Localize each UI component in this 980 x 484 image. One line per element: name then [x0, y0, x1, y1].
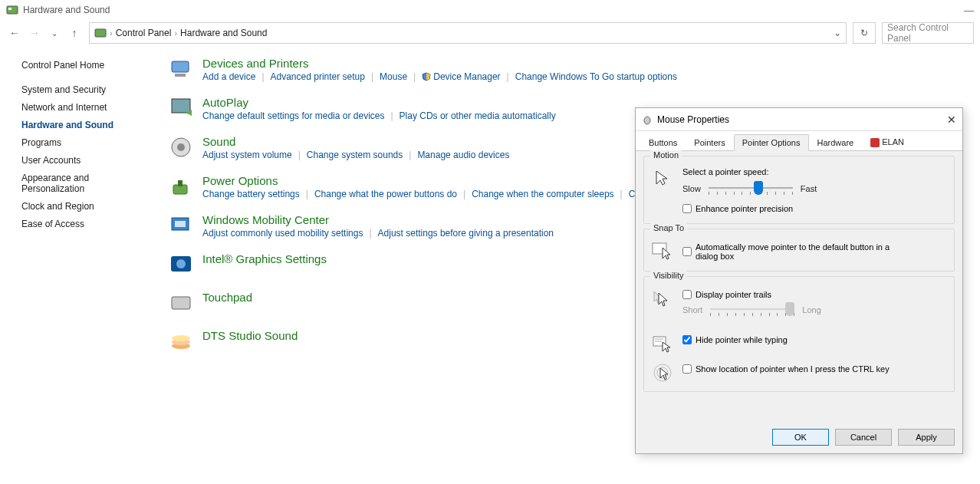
category-title[interactable]: AutoPlay [202, 96, 556, 109]
sidebar-item[interactable]: Programs [21, 137, 143, 148]
address-dropdown[interactable]: ⌄ [834, 28, 841, 38]
tab-pointer-options[interactable]: Pointer Options [734, 134, 809, 151]
chevron-icon[interactable]: › [110, 28, 113, 38]
category-link[interactable]: Mouse [380, 71, 407, 82]
long-label: Long [802, 305, 821, 314]
category-link[interactable]: Advanced printer setup [271, 71, 365, 82]
hide-pointer-label: Hide pointer while typing [696, 335, 788, 344]
svg-point-18 [172, 335, 190, 341]
back-button[interactable]: ← [6, 25, 23, 41]
svg-rect-2 [95, 29, 106, 37]
refresh-button[interactable]: ↻ [853, 22, 876, 44]
ctrl-locate-label: Show location of pointer when I press th… [696, 364, 890, 374]
chevron-icon[interactable]: › [174, 28, 177, 38]
pointer-trails-label: Display pointer trails [696, 290, 771, 299]
pointer-speed-slider[interactable] [709, 181, 793, 196]
mouse-properties-dialog: Mouse Properties ✕ ButtonsPointersPointe… [635, 107, 963, 454]
category-title[interactable]: Devices and Printers [202, 57, 677, 70]
category-icon [169, 213, 193, 238]
group-legend: Visibility [650, 271, 687, 280]
hide-pointer-checkbox[interactable]: Hide pointer while typing [682, 335, 946, 344]
svg-rect-5 [172, 99, 190, 113]
category-link[interactable]: Adjust settings before giving a presenta… [378, 228, 554, 239]
window-titlebar: Hardware and Sound — [0, 0, 980, 20]
control-panel-icon [94, 27, 107, 39]
close-button[interactable]: ✕ [947, 114, 956, 126]
svg-rect-4 [175, 74, 186, 77]
category-link[interactable]: Change Windows To Go startup options [515, 71, 677, 82]
breadcrumb-item[interactable]: Control Panel [116, 28, 172, 38]
tab-elan[interactable]: ELAN [862, 133, 913, 151]
category-link[interactable]: Change when the computer sleeps [472, 189, 613, 199]
category-link[interactable]: Manage audio devices [417, 150, 509, 160]
recent-dropdown[interactable]: ⌄ [46, 25, 63, 41]
sidebar-item[interactable]: Appearance and Personalization [21, 173, 143, 194]
pointer-speed-icon [652, 167, 673, 189]
motion-group: Motion Select a pointer speed: Slow Fas [643, 156, 955, 224]
ctrl-locate-icon [652, 362, 673, 384]
tab-buttons[interactable]: Buttons [640, 134, 686, 151]
tab-pointers[interactable]: Pointers [686, 134, 733, 151]
breadcrumb-item[interactable]: Hardware and Sound [180, 28, 267, 38]
mouse-icon [642, 114, 653, 125]
snapto-checkbox[interactable]: Automatically move pointer to the defaul… [682, 242, 946, 261]
svg-point-8 [177, 143, 185, 151]
sidebar-item[interactable]: System and Security [21, 84, 143, 95]
enhance-precision-checkbox[interactable]: Enhance pointer precision [682, 204, 946, 213]
group-legend: Motion [650, 150, 682, 160]
control-panel-icon [6, 4, 18, 16]
control-panel-home-link[interactable]: Control Panel Home [21, 60, 143, 71]
minimize-button[interactable]: — [964, 5, 974, 16]
up-button[interactable]: ↑ [66, 25, 83, 41]
category-title[interactable]: Touchpad [202, 291, 252, 304]
elan-icon [870, 138, 880, 147]
cancel-button[interactable]: Cancel [835, 429, 892, 446]
svg-rect-10 [178, 180, 183, 186]
sidebar-item[interactable]: Hardware and Sound [21, 120, 143, 130]
dialog-titlebar[interactable]: Mouse Properties ✕ [636, 108, 962, 131]
dialog-title: Mouse Properties [657, 114, 729, 125]
category-title[interactable]: Sound [202, 135, 509, 148]
category: Devices and PrintersAdd a device|Advance… [169, 57, 972, 82]
category-title[interactable]: DTS Studio Sound [202, 329, 298, 342]
category-link[interactable]: Adjust commonly used mobility settings [202, 228, 363, 239]
search-input[interactable]: Search Control Panel [882, 22, 974, 44]
sidebar-item[interactable]: Clock and Region [21, 201, 143, 212]
svg-rect-15 [172, 297, 190, 309]
tab-hardware[interactable]: Hardware [809, 134, 863, 151]
address-bar[interactable]: › Control Panel › Hardware and Sound ⌄ [89, 22, 847, 44]
category-link[interactable]: Adjust system volume [202, 150, 292, 160]
category-link[interactable]: Play CDs or other media automatically [400, 110, 556, 121]
pointer-trails-icon [652, 288, 673, 309]
category-title[interactable]: Intel® Graphics Settings [202, 252, 327, 265]
category-icon [169, 252, 193, 277]
category-title[interactable]: Windows Mobility Center [202, 213, 554, 226]
search-placeholder: Search Control Panel [887, 22, 968, 44]
fast-label: Fast [801, 184, 817, 193]
snapto-group: Snap To Automatically move pointer to th… [643, 229, 955, 272]
category-icon [169, 57, 193, 81]
sidebar: Control Panel Home System and SecurityNe… [0, 46, 153, 484]
category-link[interactable]: Change battery settings [202, 189, 300, 199]
window-title: Hardware and Sound [23, 5, 110, 15]
group-legend: Snap To [650, 223, 687, 232]
pointer-trails-checkbox[interactable]: Display pointer trails [682, 290, 946, 299]
ctrl-locate-checkbox[interactable]: Show location of pointer when I press th… [682, 364, 946, 374]
snapto-label: Automatically move pointer to the defaul… [696, 242, 895, 261]
hide-pointer-icon [652, 333, 673, 354]
category-link[interactable]: Device Manager [422, 71, 500, 82]
category-icon [169, 135, 193, 160]
sidebar-item[interactable]: Network and Internet [21, 102, 143, 113]
forward-button[interactable]: → [26, 25, 43, 41]
sidebar-item[interactable]: User Accounts [21, 155, 143, 166]
category-link[interactable]: Change system sounds [307, 150, 403, 160]
ok-button[interactable]: OK [772, 429, 829, 446]
sidebar-item[interactable]: Ease of Access [21, 219, 143, 229]
dialog-button-row: OK Cancel Apply [772, 429, 955, 446]
category-link[interactable]: Change default settings for media or dev… [202, 110, 384, 121]
category-link[interactable]: Change what the power buttons do [314, 189, 457, 199]
apply-button[interactable]: Apply [898, 429, 955, 446]
category-icon [169, 329, 193, 354]
navigation-bar: ← → ⌄ ↑ › Control Panel › Hardware and S… [0, 20, 980, 46]
category-link[interactable]: Add a device [202, 71, 255, 82]
